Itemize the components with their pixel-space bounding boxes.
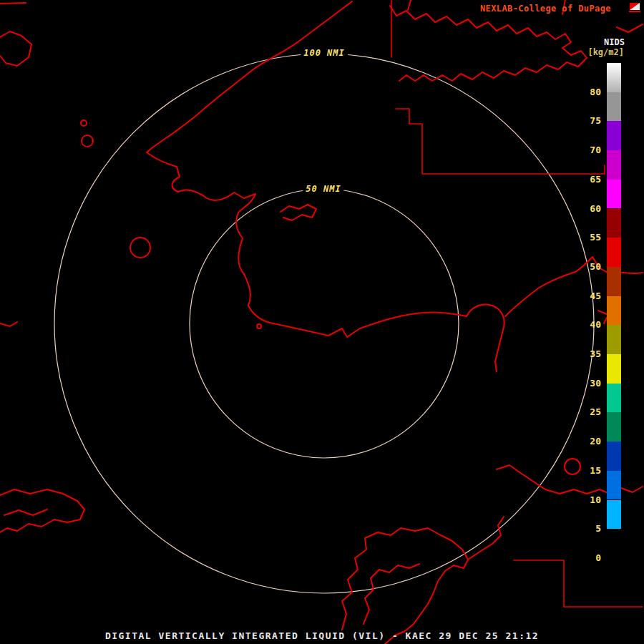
colorbar-segment-55-60 — [607, 209, 621, 238]
colorbar-scale — [607, 63, 621, 558]
colorbar-tick-45: 45 — [564, 291, 601, 302]
bay-bottom-inner — [364, 564, 419, 624]
range-ring-50nmi — [190, 189, 459, 458]
county-line-steps-2 — [514, 560, 643, 607]
colorbar-tick-5: 5 — [564, 523, 601, 535]
range-ring-100nmi — [54, 54, 594, 593]
left-edge-mark — [0, 322, 17, 326]
brand-text: NEXLAB-College of DuPage — [480, 4, 611, 14]
colorbar-tick-80: 80 — [564, 87, 601, 98]
colorbar-tick-40: 40 — [564, 319, 601, 331]
colorbar-segment-45-50 — [607, 267, 621, 296]
coastline-loop — [467, 305, 504, 371]
colorbar-units-label: [kg/m2] — [587, 47, 624, 57]
colorbar-tick-15: 15 — [564, 465, 601, 477]
range-ring-label-50nmi: 50 NMI — [303, 184, 343, 194]
colorbar-tick-30: 30 — [564, 378, 601, 389]
map-outlines — [0, 0, 643, 644]
colorbar-segment-30-35 — [607, 354, 621, 384]
colorbar-segment-0-5 — [607, 529, 621, 558]
colorbar-tick-65: 65 — [564, 174, 601, 185]
coastline-southeast — [468, 517, 504, 560]
colorbar-segment-60-65 — [607, 180, 621, 209]
colorbar-tick-60: 60 — [564, 203, 601, 215]
radar-map-canvas — [0, 0, 644, 644]
colorbar-segment-5-10 — [607, 500, 621, 530]
colorbar-tick-70: 70 — [564, 145, 601, 156]
colorbar-segment-50-55 — [607, 238, 621, 267]
island-dot — [257, 324, 261, 328]
island-ring-2 — [130, 238, 150, 258]
range-rings — [54, 54, 594, 593]
colorbar-segment-20-25 — [607, 412, 621, 441]
border-topleft — [0, 3, 26, 4]
colorbar-tick-75: 75 — [564, 115, 601, 127]
colorbar-tick-55: 55 — [564, 232, 601, 243]
colorbar-segment-25-30 — [607, 384, 621, 413]
colorbar-tick-10: 10 — [564, 494, 601, 506]
colorbar-tick-25: 25 — [564, 406, 601, 418]
coastline-topright — [390, 6, 587, 81]
colorbar-segment-75-80 — [607, 92, 621, 122]
island-topleft — [0, 31, 31, 66]
radar-display: 100 NMI 50 NMI NEXLAB-College of DuPage … — [0, 0, 644, 644]
colorbar-tick-50: 50 — [564, 261, 601, 273]
colorbar-segment-above-80 — [607, 63, 621, 92]
island-ring-small — [81, 120, 87, 126]
colorbar-tick-0: 0 — [564, 552, 601, 564]
colorbar-segment-65-70 — [607, 150, 621, 180]
colorbar: 80757065605550454035302520151050 — [564, 63, 621, 564]
colorbar-segment-70-75 — [607, 121, 621, 150]
shore-detail-inner — [280, 205, 316, 220]
island-bottomleft-inner — [4, 509, 47, 515]
range-ring-label-100nmi: 100 NMI — [301, 48, 348, 58]
colorbar-segment-15-20 — [607, 441, 621, 471]
colorbar-segment-10-15 — [607, 471, 621, 500]
colorbar-title: NIDS — [604, 37, 625, 47]
bay-bottom — [342, 528, 468, 644]
island-ring-1 — [82, 135, 93, 147]
colorbar-tick-35: 35 — [564, 348, 601, 360]
product-caption: DIGITAL VERTICALLY INTEGRATED LIQUID (VI… — [0, 630, 644, 641]
nexlab-logo-icon — [629, 2, 640, 12]
colorbar-tick-20: 20 — [564, 436, 601, 447]
colorbar-segment-40-45 — [607, 296, 621, 326]
colorbar-segment-35-40 — [607, 325, 621, 354]
